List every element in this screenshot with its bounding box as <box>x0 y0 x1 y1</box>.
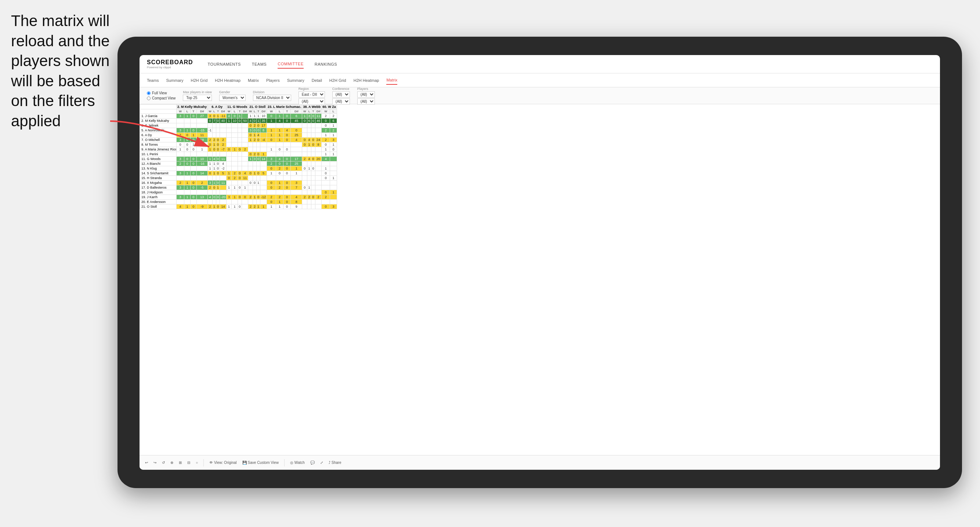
matrix-cell <box>190 152 196 157</box>
matrix-cell-last: 1 <box>330 142 337 147</box>
max-players-select[interactable]: Top 25 <box>183 95 212 101</box>
sub-nav-matrix1[interactable]: Matrix <box>248 76 259 84</box>
matrix-cell: 1 <box>190 142 196 147</box>
matrix-cell <box>302 152 307 157</box>
zoom-out-button[interactable]: ⊟ <box>187 460 190 465</box>
matrix-cell <box>237 200 242 205</box>
view-icon: 👁 <box>209 460 213 465</box>
matrix-scroll-container[interactable]: 2. M Kelly Mulcahy 6. A Dy 11. G Woods 2… <box>140 104 940 455</box>
zoom-in-button[interactable]: ⊞ <box>179 460 182 465</box>
comment-button[interactable]: 💬 <box>310 460 315 465</box>
matrix-cell: 0 <box>291 128 302 133</box>
matrix-cell: 2 <box>177 162 185 166</box>
matrix-cell <box>267 190 276 195</box>
nav-teams[interactable]: TEAMS <box>252 60 267 68</box>
matrix-cell: 2 <box>276 166 283 171</box>
table-row: 13. N Klug110-202010101 <box>140 166 337 171</box>
region-select2[interactable]: (All) <box>299 98 325 105</box>
conference-select[interactable]: (All) <box>332 91 350 98</box>
matrix-cell <box>315 133 321 138</box>
matrix-cell <box>276 190 283 195</box>
matrix-cell: 0 <box>302 138 307 142</box>
sub-nav-detail[interactable]: Detail <box>312 76 322 84</box>
matrix-cell <box>315 185 321 190</box>
matrix-cell: 0 <box>302 119 307 123</box>
matrix-cell <box>315 190 321 195</box>
matrix-cell: 20 <box>315 157 321 162</box>
matrix-cell: 3 <box>208 181 213 185</box>
full-view-radio[interactable]: Full View <box>147 91 175 95</box>
matrix-cell <box>315 166 321 171</box>
matrix-cell <box>283 123 291 128</box>
redo-button[interactable]: ↪ <box>153 460 156 465</box>
matrix-cell <box>237 162 242 166</box>
nav-rankings[interactable]: RANKINGS <box>315 60 337 68</box>
save-custom-view-button[interactable]: 💾 Save Custom View <box>242 460 279 465</box>
matrix-cell: 2 <box>315 195 321 200</box>
table-row: 12. A Bianchi200-16110420025 <box>140 162 337 166</box>
matrix-cell <box>242 157 248 162</box>
matrix-cell: 1 <box>213 181 216 185</box>
nav-tournaments[interactable]: TOURNAMENTS <box>208 60 241 68</box>
matrix-cell: 0 <box>237 205 242 209</box>
division-select[interactable]: NCAA Division II <box>253 95 291 101</box>
matrix-cell: 4 <box>276 157 283 162</box>
sub-nav-h2h-grid2[interactable]: H2H Grid <box>329 76 346 84</box>
matrix-cell <box>242 200 248 205</box>
matrix-cell: 1 <box>253 133 257 138</box>
expand-button[interactable]: ⤢ <box>320 460 323 465</box>
matrix-cell: 1 <box>276 205 283 209</box>
col-player-3: 11. G Woods <box>227 105 248 110</box>
matrix-cell: 0 <box>208 142 213 147</box>
nav-committee[interactable]: COMMITTEE <box>278 60 304 68</box>
matrix-cell: 4 <box>257 133 260 138</box>
matrix-cell <box>232 162 238 166</box>
region-select[interactable]: East - DII <box>299 91 325 98</box>
view-original-button[interactable]: 👁 View: Original <box>209 460 237 465</box>
matrix-cell <box>227 123 232 128</box>
matrix-cell <box>196 200 207 205</box>
players-select[interactable]: (All) <box>357 91 375 98</box>
col-player-4: 21. O Stoll <box>248 105 267 110</box>
sub-nav-teams[interactable]: Teams <box>147 76 159 84</box>
sub-nav-h2h-heatmap2[interactable]: H2H Heatmap <box>353 76 379 84</box>
undo-button[interactable]: ↩ <box>145 460 148 465</box>
matrix-main-content: 2. M Kelly Mulcahy 6. A Dy 11. G Woods 2… <box>140 104 940 455</box>
matrix-cell: 1 <box>276 133 283 138</box>
matrix-cell <box>237 157 242 162</box>
players-select2[interactable]: (All) <box>357 98 375 105</box>
matrix-cell <box>216 176 220 181</box>
matrix-cell: 1 <box>208 162 213 166</box>
share-button[interactable]: ⤴ Share <box>329 460 342 465</box>
gender-select[interactable]: Women's <box>219 95 246 101</box>
sub-nav-summary2[interactable]: Summary <box>287 76 304 84</box>
matrix-cell <box>307 205 311 209</box>
settings-button[interactable]: ○ <box>196 460 198 465</box>
refresh-button[interactable]: ↺ <box>162 460 165 465</box>
matrix-cell: 4 <box>177 205 185 209</box>
matrix-cell <box>208 123 213 128</box>
matrix-cell <box>257 147 260 152</box>
matrix-cell: 0 <box>185 142 191 147</box>
sub-nav-players[interactable]: Players <box>266 76 280 84</box>
sub-nav-matrix2[interactable]: Matrix <box>386 76 397 85</box>
matrix-cell: 1 <box>276 138 283 142</box>
division-filter: Division NCAA Division II <box>253 90 291 101</box>
matrix-cell: 8 <box>260 128 267 133</box>
table-row: 6. A Dy701110141102511 <box>140 133 337 138</box>
matrix-cell <box>237 133 242 138</box>
matrix-cell <box>220 123 227 128</box>
conference-select2[interactable]: (All) <box>332 98 350 105</box>
matrix-cell-last <box>321 200 330 205</box>
col-player-1: 2. M Kelly Mulcahy <box>177 105 208 110</box>
watch-button[interactable]: ◎ Watch <box>290 460 305 465</box>
matrix-cell: 1 <box>257 205 260 209</box>
sub-nav-h2h-grid1[interactable]: H2H Grid <box>191 76 207 84</box>
sub-nav-h2h-heatmap1[interactable]: H2H Heatmap <box>215 76 240 84</box>
table-row: 18. J Hodgson01 <box>140 190 337 195</box>
compact-view-radio[interactable]: Compact View <box>147 96 175 100</box>
matrix-cell <box>216 123 220 128</box>
sub-nav-summary1[interactable]: Summary <box>166 76 183 84</box>
hdr-w3: W <box>227 110 232 114</box>
add-button[interactable]: ⊕ <box>170 460 173 465</box>
